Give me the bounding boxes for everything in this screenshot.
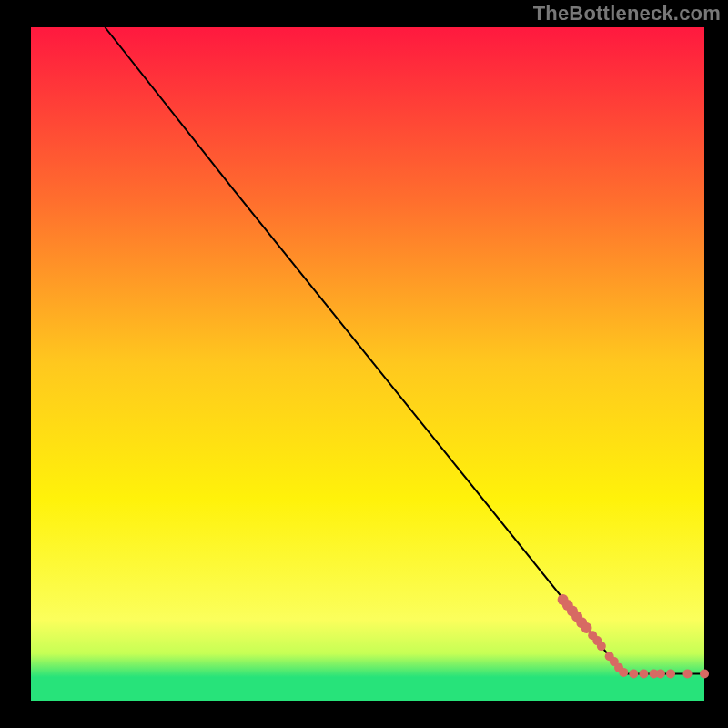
chart-container: TheBottleneck.com	[0, 0, 728, 728]
source-caption: TheBottleneck.com	[533, 2, 721, 25]
scatter-point	[629, 669, 638, 678]
scatter-point	[639, 669, 648, 678]
scatter-point	[700, 669, 709, 678]
scatter-point	[683, 669, 693, 678]
plot-background	[31, 27, 704, 701]
chart-svg	[0, 0, 728, 728]
scatter-point	[656, 669, 665, 678]
scatter-point	[597, 642, 606, 651]
scatter-point	[666, 669, 675, 678]
scatter-point	[619, 668, 628, 677]
